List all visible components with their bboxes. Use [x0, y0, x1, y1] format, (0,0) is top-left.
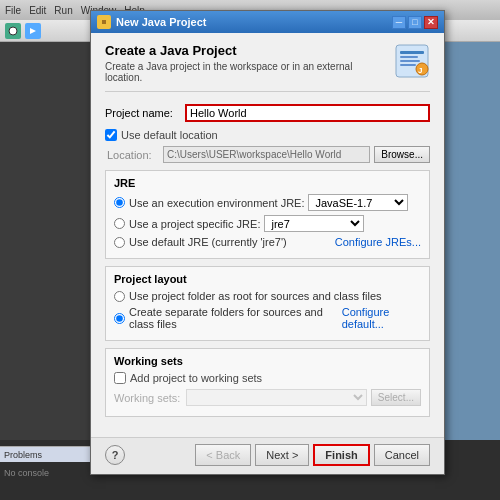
jre-specific-label: Use a project specific JRE: [129, 218, 260, 230]
next-button[interactable]: Next > [255, 444, 309, 466]
back-button[interactable]: < Back [195, 444, 251, 466]
new-java-project-dialog: New Java Project ─ □ ✕ Create a Java Pro… [90, 10, 445, 475]
layout-option-1-row: Use project folder as root for sources a… [114, 290, 421, 302]
svg-text:J: J [418, 66, 422, 75]
problems-tab[interactable]: Problems [0, 446, 90, 462]
add-working-sets-label: Add project to working sets [130, 372, 262, 384]
maximize-button[interactable]: □ [408, 16, 422, 29]
menu-run[interactable]: Run [54, 5, 72, 16]
jre-env-label: Use an execution environment JRE: [129, 197, 304, 209]
project-name-label: Project name: [105, 107, 185, 119]
dialog-title-bar: New Java Project ─ □ ✕ [91, 11, 444, 33]
working-sets-title: Working sets [114, 355, 421, 367]
project-name-row: Project name: [105, 104, 430, 122]
dialog-subtitle: Create a Java project in the workspace o… [105, 61, 386, 83]
dialog-body: Create a Java Project Create a Java proj… [91, 33, 444, 437]
close-button[interactable]: ✕ [424, 16, 438, 29]
footer-buttons: < Back Next > Finish Cancel [195, 444, 430, 466]
dialog-header-text: Create a Java Project Create a Java proj… [105, 43, 386, 83]
jre-specific-select[interactable]: jre7 [264, 215, 364, 232]
layout-option-2-row: Create separate folders for sources and … [114, 306, 421, 330]
jre-env-radio[interactable] [114, 197, 125, 208]
use-default-location-checkbox[interactable] [105, 129, 117, 141]
toolbar-icon-1[interactable] [5, 23, 21, 39]
jre-section-title: JRE [114, 177, 421, 189]
use-default-location-row: Use default location [105, 129, 430, 141]
cancel-button[interactable]: Cancel [374, 444, 430, 466]
svg-rect-6 [400, 56, 418, 58]
dialog-main-title: Create a Java Project [105, 43, 386, 58]
configure-default-link[interactable]: Configure default... [342, 306, 421, 330]
ide-sidebar [0, 0, 90, 500]
layout-option-1-radio[interactable] [114, 291, 125, 302]
svg-rect-8 [400, 64, 416, 66]
location-label: Location: [107, 149, 159, 161]
java-project-icon: J [394, 43, 430, 79]
project-layout-section: Project layout Use project folder as roo… [105, 266, 430, 341]
layout-option-2-radio[interactable] [114, 313, 125, 324]
svg-rect-7 [400, 60, 420, 62]
dialog-icon [97, 15, 111, 29]
jre-section: JRE Use an execution environment JRE: Ja… [105, 170, 430, 259]
svg-marker-1 [30, 28, 36, 34]
title-bar-left: New Java Project [97, 15, 207, 29]
layout-option-2-label: Create separate folders for sources and … [129, 306, 338, 330]
configure-jres-link[interactable]: Configure JREs... [335, 236, 421, 248]
working-sets-section: Working sets Add project to working sets… [105, 348, 430, 417]
jre-env-row: Use an execution environment JRE: JavaSE… [114, 194, 421, 211]
project-name-input[interactable] [185, 104, 430, 122]
menu-file[interactable]: File [5, 5, 21, 16]
dialog-title: New Java Project [116, 16, 207, 28]
add-working-sets-checkbox[interactable] [114, 372, 126, 384]
dialog-footer: ? < Back Next > Finish Cancel [91, 437, 444, 474]
title-controls: ─ □ ✕ [392, 16, 438, 29]
finish-button[interactable]: Finish [313, 444, 369, 466]
svg-point-0 [9, 27, 17, 35]
minimize-button[interactable]: ─ [392, 16, 406, 29]
project-layout-title: Project layout [114, 273, 421, 285]
jre-specific-row: Use a project specific JRE: jre7 [114, 215, 421, 232]
working-sets-label: Working sets: [114, 392, 182, 404]
menu-edit[interactable]: Edit [29, 5, 46, 16]
location-input[interactable] [163, 146, 370, 163]
browse-button[interactable]: Browse... [374, 146, 430, 163]
toolbar-icon-2[interactable] [25, 23, 41, 39]
svg-rect-5 [400, 51, 424, 54]
location-row: Location: Browse... [107, 146, 430, 163]
help-button[interactable]: ? [105, 445, 125, 465]
jre-default-row: Use default JRE (currently 'jre7') Confi… [114, 236, 421, 248]
working-sets-select[interactable] [186, 389, 367, 406]
jre-specific-radio[interactable] [114, 218, 125, 229]
use-default-location-label: Use default location [121, 129, 218, 141]
dialog-header: Create a Java Project Create a Java proj… [105, 43, 430, 92]
layout-option-1-label: Use project folder as root for sources a… [129, 290, 382, 302]
svg-rect-3 [102, 20, 106, 24]
jre-env-select[interactable]: JavaSE-1.7 [308, 194, 408, 211]
select-button[interactable]: Select... [371, 389, 421, 406]
jre-default-label: Use default JRE (currently 'jre7') [129, 236, 287, 248]
add-working-sets-row: Add project to working sets [114, 372, 421, 384]
no-console-label: No console [0, 466, 90, 480]
working-sets-input-row: Working sets: Select... [114, 389, 421, 406]
jre-default-radio[interactable] [114, 237, 125, 248]
